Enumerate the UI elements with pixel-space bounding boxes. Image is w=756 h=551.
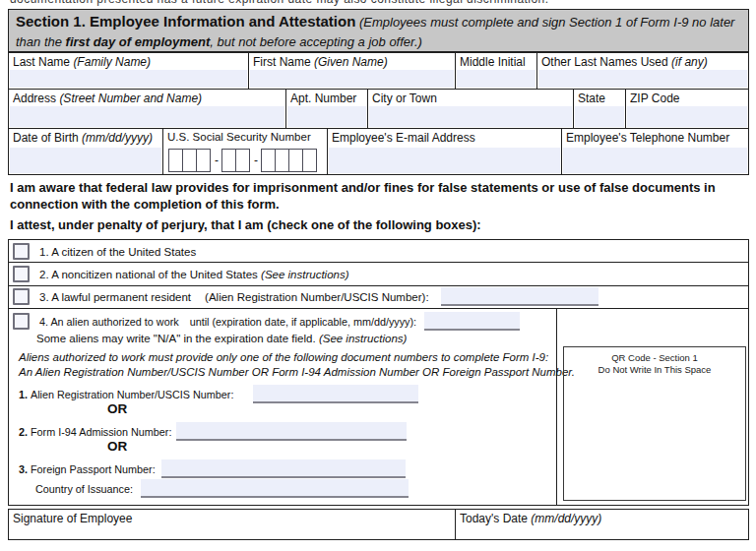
- apt-number-cell: Apt. Number: [285, 89, 368, 129]
- option-2-label: 2. A noncitizen national of the United S…: [39, 269, 258, 280]
- todays-date-cell[interactable]: Today's Date (mm/dd/yyyy): [455, 509, 749, 540]
- option-1-label: 1. A citizen of the United States: [39, 246, 196, 258]
- option-3-label: 3. A lawful permanent resident: [39, 291, 191, 303]
- section-subtitle-post: , but not before accepting a job offer.): [210, 34, 422, 49]
- country-of-issuance-label: Country of Issuance:: [35, 483, 133, 495]
- signature-of-employee-cell[interactable]: Signature of Employee: [8, 509, 456, 540]
- other-last-names-cell: Other Last Names Used (if any): [536, 52, 749, 90]
- date-of-birth-input[interactable]: [10, 148, 161, 173]
- date-of-birth-cell: Date of Birth (mm/dd/yyyy): [8, 128, 163, 175]
- option-4-label: 4. An alien authorized to work: [39, 316, 179, 328]
- or-label: OR: [107, 439, 127, 454]
- country-of-issuance-input[interactable]: [141, 479, 409, 498]
- attest-intro: I attest, under penalty of perjury, that…: [10, 217, 746, 234]
- or-label: OR: [107, 401, 127, 416]
- phone-label: Employee's Telephone Number: [566, 131, 746, 145]
- ssn-dash: -: [254, 153, 258, 167]
- option-3-field-label: (Alien Registration Number/USCIS Number)…: [205, 291, 429, 303]
- ssn-label: U.S. Social Security Number: [167, 131, 325, 143]
- address-cell: Address (Street Number and Name): [8, 89, 286, 129]
- alien-registration-label: Alien Registration Number/USCIS Number:: [31, 389, 233, 400]
- form-i9-section1-page: documentation presented has a future exp…: [0, 0, 756, 551]
- zip-code-input[interactable]: [627, 106, 747, 127]
- ssn-digit-box[interactable]: [168, 149, 183, 172]
- city-cell: City or Town: [367, 89, 574, 129]
- city-input[interactable]: [369, 106, 572, 127]
- state-cell: State: [573, 89, 626, 129]
- city-label: City or Town: [372, 92, 571, 105]
- ssn-cell: U.S. Social Security Number - -: [162, 128, 328, 175]
- date-of-birth-label: Date of Birth (mm/dd/yyyy): [13, 131, 160, 145]
- i94-admission-row: 2. Form I-94 Admission Number:: [19, 421, 407, 442]
- ssn-digit-box[interactable]: [302, 149, 317, 172]
- clipped-top-text-line: documentation presented has a future exp…: [10, 0, 549, 6]
- foreign-passport-row: 3. Foreign Passport Number:: [19, 459, 406, 479]
- option-2-checkbox[interactable]: [13, 266, 30, 282]
- ssn-dash: -: [215, 153, 219, 167]
- middle-initial-input[interactable]: [457, 70, 536, 88]
- qr-code-label-line2: Do Not Write In This Space: [564, 364, 745, 376]
- country-of-issuance-row: Country of Issuance:: [35, 478, 409, 499]
- ssn-digit-box[interactable]: [235, 149, 250, 172]
- ssn-digit-box[interactable]: [261, 149, 276, 172]
- divider: [9, 262, 748, 263]
- address-input[interactable]: [10, 106, 284, 127]
- option-4-until-label: until (expiration date, if applicable, m…: [190, 316, 416, 328]
- apt-number-input[interactable]: [287, 106, 366, 127]
- option-4-note: Some aliens may write "N/A" in the expir…: [36, 333, 407, 344]
- qr-code-label-line1: QR Code - Section 1: [564, 352, 745, 364]
- section-title: Section 1. Employee Information and Atte…: [16, 13, 355, 30]
- alien-reg-number-inline-input[interactable]: [441, 287, 598, 306]
- apt-number-label: Apt. Number: [290, 92, 365, 105]
- section-header: Section 1. Employee Information and Atte…: [8, 9, 749, 52]
- alien-registration-row: 1. Alien Registration Number/USCIS Numbe…: [19, 384, 418, 404]
- zip-code-label: ZIP Code: [630, 92, 746, 105]
- expiration-date-input[interactable]: [424, 312, 520, 331]
- i94-admission-label: Form I-94 Admission Number:: [31, 426, 171, 438]
- middle-initial-label: Middle Initial: [460, 55, 535, 69]
- option-3-checkbox[interactable]: [13, 288, 30, 305]
- option-4-row: 4. An alien authorized to work until (ex…: [13, 311, 520, 332]
- clipped-top-text: documentation presented has a future exp…: [0, 0, 756, 6]
- phone-input[interactable]: [563, 148, 747, 173]
- foreign-passport-label: Foreign Passport Number:: [31, 463, 156, 475]
- foreign-passport-number-input[interactable]: [161, 459, 406, 478]
- signature-of-employee-label: Signature of Employee: [13, 512, 453, 525]
- ssn-digit-box[interactable]: [221, 149, 236, 172]
- last-name-label: Last Name (Family Name): [13, 55, 246, 69]
- email-input[interactable]: [329, 148, 560, 173]
- option-4-note-hint: (See instructions): [319, 333, 407, 344]
- option-3-row: 3. A lawful permanent resident (Alien Re…: [13, 286, 598, 307]
- state-input[interactable]: [575, 106, 624, 127]
- last-name-input[interactable]: [10, 70, 247, 88]
- option-1-row: 1. A citizen of the United States: [13, 241, 196, 262]
- phone-cell: Employee's Telephone Number: [561, 128, 749, 175]
- address-label: Address (Street Number and Name): [13, 92, 284, 105]
- email-cell: Employee's E-mail Address: [327, 128, 562, 175]
- ssn-digit-box[interactable]: [182, 149, 197, 172]
- first-name-cell: First Name (Given Name): [248, 52, 456, 90]
- divider: [556, 308, 557, 505]
- aliens-doc-note: Aliens authorized to work must provide o…: [19, 350, 575, 380]
- state-label: State: [578, 92, 623, 105]
- form-i94-admission-number-input[interactable]: [176, 422, 407, 441]
- option-4-checkbox[interactable]: [13, 313, 30, 330]
- federal-law-warning: I am aware that federal law provides for…: [10, 180, 746, 213]
- zip-code-cell: ZIP Code: [625, 89, 749, 129]
- middle-initial-cell: Middle Initial: [455, 52, 537, 90]
- ssn-digit-box[interactable]: [275, 149, 289, 172]
- ssn-digit-box[interactable]: [288, 149, 303, 172]
- other-last-names-input[interactable]: [538, 70, 747, 88]
- qr-code-box: QR Code - Section 1 Do Not Write In This…: [563, 346, 746, 501]
- ssn-digit-box[interactable]: [196, 149, 211, 172]
- option-2-hint: (See instructions): [261, 269, 348, 280]
- aliens-doc-note-line1: Aliens authorized to work must provide o…: [19, 350, 575, 365]
- last-name-cell: Last Name (Family Name): [8, 52, 249, 90]
- alien-registration-number-input[interactable]: [253, 385, 418, 403]
- ssn-input-boxes[interactable]: - -: [169, 149, 317, 172]
- attestation-box: 1. A citizen of the United States 2. A n…: [8, 239, 749, 506]
- option-1-checkbox[interactable]: [13, 243, 30, 260]
- option-2-row: 2. A noncitizen national of the United S…: [13, 264, 349, 284]
- first-name-input[interactable]: [250, 70, 454, 88]
- other-last-names-label: Other Last Names Used (if any): [541, 55, 746, 69]
